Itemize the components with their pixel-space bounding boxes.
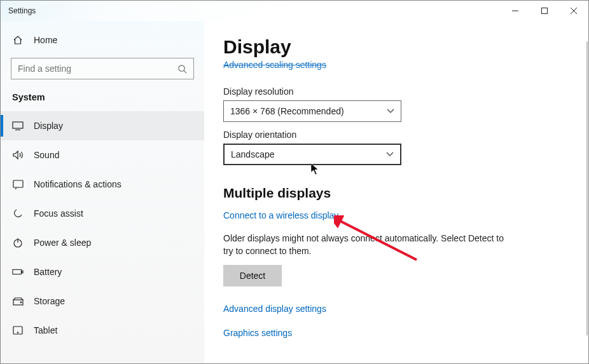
svg-point-4 bbox=[179, 65, 184, 71]
chevron-down-icon bbox=[387, 109, 394, 114]
nav-item-focus-assist[interactable]: Focus assist bbox=[1, 199, 204, 228]
title-bar: Settings bbox=[1, 1, 588, 21]
sidebar: Home System Display Sound Notifications … bbox=[1, 21, 204, 363]
nav-label: Sound bbox=[34, 150, 59, 160]
sound-icon bbox=[12, 150, 24, 160]
svg-point-14 bbox=[20, 302, 22, 303]
graphics-settings-link[interactable]: Graphics settings bbox=[223, 328, 292, 338]
detect-button[interactable]: Detect bbox=[223, 265, 282, 286]
nav-item-power-sleep[interactable]: Power & sleep bbox=[1, 228, 204, 257]
window-title: Settings bbox=[8, 6, 36, 15]
nav-label: Notifications & actions bbox=[34, 179, 121, 189]
orientation-label: Display orientation bbox=[223, 130, 569, 140]
search-icon bbox=[177, 64, 187, 74]
nav-label: Battery bbox=[34, 267, 62, 277]
home-label: Home bbox=[34, 35, 57, 45]
multiple-displays-heading: Multiple displays bbox=[223, 185, 569, 201]
connect-wireless-display-link[interactable]: Connect to a wireless display bbox=[223, 210, 338, 220]
svg-rect-8 bbox=[13, 180, 23, 187]
storage-icon bbox=[12, 297, 24, 306]
home-icon bbox=[12, 35, 24, 45]
page-title: Display bbox=[223, 36, 569, 58]
maximize-button[interactable] bbox=[530, 1, 559, 21]
search-box[interactable] bbox=[11, 58, 194, 79]
nav-label: Tablet bbox=[34, 325, 57, 335]
minimize-button[interactable] bbox=[501, 1, 530, 21]
svg-rect-6 bbox=[13, 122, 23, 128]
svg-rect-11 bbox=[13, 269, 22, 274]
scrollbar[interactable] bbox=[586, 41, 588, 335]
nav-item-notifications[interactable]: Notifications & actions bbox=[1, 170, 204, 199]
resolution-dropdown[interactable]: 1366 × 768 (Recommended) bbox=[223, 100, 401, 122]
search-input[interactable] bbox=[18, 64, 164, 74]
nav-item-display[interactable]: Display bbox=[1, 111, 204, 140]
svg-rect-12 bbox=[22, 271, 23, 273]
display-icon bbox=[12, 121, 24, 130]
resolution-value: 1366 × 768 (Recommended) bbox=[230, 106, 344, 116]
nav-label: Focus assist bbox=[34, 208, 83, 219]
nav-item-storage[interactable]: Storage bbox=[1, 286, 204, 316]
focus-assist-icon bbox=[12, 208, 24, 219]
window-buttons bbox=[501, 1, 588, 21]
power-icon bbox=[12, 238, 24, 248]
nav-item-sound[interactable]: Sound bbox=[1, 140, 204, 170]
battery-icon bbox=[12, 268, 24, 276]
nav-item-battery[interactable]: Battery bbox=[1, 257, 204, 286]
svg-rect-1 bbox=[542, 8, 548, 14]
svg-point-16 bbox=[17, 332, 18, 333]
orientation-value: Landscape bbox=[231, 149, 275, 159]
home-nav[interactable]: Home bbox=[1, 26, 204, 54]
main-panel: Display Advanced scaling settings Displa… bbox=[204, 21, 588, 363]
orientation-dropdown[interactable]: Landscape bbox=[223, 144, 401, 165]
category-heading: System bbox=[1, 88, 204, 111]
close-button[interactable] bbox=[559, 1, 588, 21]
advanced-display-settings-link[interactable]: Advanced display settings bbox=[223, 304, 326, 314]
detect-help-text: Older displays might not always connect … bbox=[223, 233, 516, 257]
resolution-label: Display resolution bbox=[223, 86, 569, 97]
svg-line-5 bbox=[184, 71, 186, 73]
nav-label: Power & sleep bbox=[34, 238, 91, 248]
nav-label: Storage bbox=[34, 296, 65, 306]
tablet-icon bbox=[12, 326, 24, 335]
advanced-scaling-link[interactable]: Advanced scaling settings bbox=[223, 60, 326, 70]
nav-list: Display Sound Notifications & actions Fo… bbox=[1, 111, 204, 345]
nav-label: Display bbox=[34, 121, 63, 131]
notifications-icon bbox=[12, 180, 24, 189]
chevron-down-icon bbox=[386, 152, 394, 157]
nav-item-tablet[interactable]: Tablet bbox=[1, 316, 204, 345]
